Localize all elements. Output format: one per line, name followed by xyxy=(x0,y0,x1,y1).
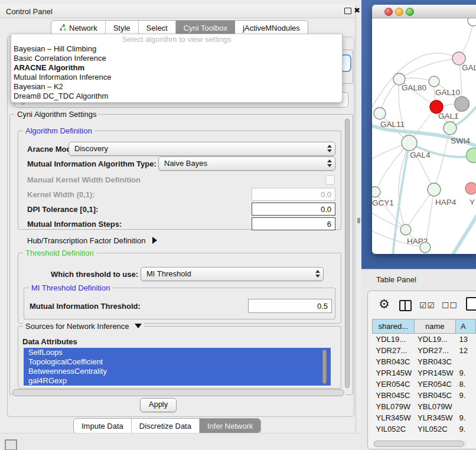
dropdown-item[interactable]: Bayesian – K2 xyxy=(11,82,342,92)
mi-steps-label: Mutual Information Steps: xyxy=(27,220,122,229)
network-node[interactable] xyxy=(420,242,431,253)
expand-right-icon xyxy=(152,237,157,244)
attribute-item[interactable]: BetweennessCentrality xyxy=(24,367,331,376)
select-all-checkboxes-icon[interactable]: ☑☑ xyxy=(419,301,435,310)
node-label: SWI4 xyxy=(451,136,470,145)
dropdown-item[interactable]: ARACNE Algorithm xyxy=(11,63,342,73)
deselect-all-checkboxes-icon[interactable]: ☐☐ xyxy=(442,301,458,310)
attribute-item[interactable]: gal4RGexp xyxy=(24,376,331,386)
network-node[interactable] xyxy=(428,183,441,196)
mi-steps-input[interactable] xyxy=(252,217,335,230)
tab-network[interactable]: Network xyxy=(51,21,106,35)
algorithm-dropdown-popup: Select algorithm to view settings Bayesi… xyxy=(11,34,343,103)
table-cell: YER054C xyxy=(414,379,455,390)
node-label: Y xyxy=(470,198,475,207)
table-row[interactable]: YDL19...YDL19...13 xyxy=(373,334,476,345)
network-node[interactable] xyxy=(374,107,386,119)
dropdown-item[interactable]: Dream8 DC_TDC Algorithm xyxy=(11,92,342,101)
float-window-icon[interactable] xyxy=(344,8,351,14)
node-label: GAL11 xyxy=(380,120,405,129)
attributes-vertical-scrollbar[interactable] xyxy=(322,349,327,386)
table-row[interactable]: YLR345WYLR345W9. xyxy=(373,412,476,423)
network-node[interactable] xyxy=(372,187,380,197)
table-cell xyxy=(455,356,475,367)
network-node[interactable] xyxy=(455,97,470,112)
table-cell: YBR043C xyxy=(373,356,415,367)
attribute-item[interactable]: SelfLoops xyxy=(24,348,331,357)
sources-collapser[interactable]: Sources for Network Inference xyxy=(23,322,144,331)
tab-cyni-toolbox[interactable]: Cyni Toolbox xyxy=(176,21,235,35)
table-row[interactable]: YER054CYER054C8. xyxy=(373,379,476,390)
network-node[interactable] xyxy=(402,135,417,151)
network-node[interactable] xyxy=(444,122,457,135)
column-header[interactable]: shared... xyxy=(373,319,415,334)
hub-definition-expander[interactable]: Hub/Transcription Factor Definition xyxy=(27,236,157,245)
bottom-tabbar: Impute DataDiscretize DataInfer Network xyxy=(73,418,261,433)
tab-discretize-data[interactable]: Discretize Data xyxy=(132,419,200,433)
tab-jactivemnodules[interactable]: jActiveMNodules xyxy=(235,21,308,35)
data-attributes-list: SelfLoopsTopologicalCoefficientBetweenne… xyxy=(24,348,331,387)
table-cell: YBL079W xyxy=(373,401,415,412)
sources-horizontal-scrollbar[interactable] xyxy=(12,389,347,396)
kernel-width-input[interactable] xyxy=(252,188,335,201)
table-row[interactable]: YIL052CYIL052C9. xyxy=(373,423,476,435)
table-row[interactable]: YBR045CYBR045C9. xyxy=(373,390,476,401)
mi-threshold-input[interactable] xyxy=(248,299,332,313)
aracne-mode-select[interactable]: Discovery xyxy=(69,142,335,156)
new-table-icon[interactable] xyxy=(466,297,476,311)
table-cell: YBR043C xyxy=(414,356,455,367)
algorithm-definition-title: Algorithm Definition xyxy=(23,126,94,135)
aracne-mode-value: Discovery xyxy=(74,144,108,153)
close-icon[interactable]: ✖ xyxy=(354,6,360,15)
network-node[interactable] xyxy=(429,76,439,87)
float-panel-icon[interactable] xyxy=(5,439,17,450)
tab-style[interactable]: Style xyxy=(106,21,139,35)
settings-vertical-scrollbar[interactable] xyxy=(344,118,350,389)
manual-kernel-label: Manual Kernel Width Definition xyxy=(27,175,141,184)
dpi-tolerance-input[interactable] xyxy=(252,203,335,216)
network-edge[interactable] xyxy=(399,58,459,79)
network-edge[interactable] xyxy=(372,53,459,107)
table-cell: YBR045C xyxy=(373,390,415,401)
columns-icon[interactable] xyxy=(399,300,412,311)
network-node[interactable] xyxy=(400,224,411,235)
zoom-traffic-light[interactable] xyxy=(406,8,414,16)
table-cell: YPR145W xyxy=(373,367,415,379)
mi-threshold-group-title: MI Threshold Definition xyxy=(29,283,112,292)
mi-type-value: Naive Bayes xyxy=(164,159,207,168)
tab-infer-network[interactable]: Infer Network xyxy=(200,419,260,433)
network-node[interactable] xyxy=(465,182,476,194)
table-row[interactable]: YDR27...YDR27...12 xyxy=(373,345,476,356)
manual-kernel-checkbox[interactable] xyxy=(325,175,335,185)
table-cell: YBR045C xyxy=(414,390,455,401)
close-traffic-light[interactable] xyxy=(384,8,393,16)
table-cell: YER054C xyxy=(373,379,415,390)
dropdown-item[interactable]: Bayesian – Hill Climbing xyxy=(11,44,342,54)
tab-select[interactable]: Select xyxy=(139,21,176,35)
table-cell: 12 xyxy=(455,345,475,356)
dropdown-placeholder: Select algorithm to view settings xyxy=(11,34,342,44)
network-window-titlebar[interactable] xyxy=(372,5,476,18)
node-label: GAL80 xyxy=(402,83,426,92)
network-node[interactable] xyxy=(467,148,476,163)
attribute-item[interactable]: TopologicalCoefficient xyxy=(24,357,331,367)
column-header[interactable]: name xyxy=(414,319,455,334)
network-canvas[interactable]: GALGAL80GAL10GAL1GAL11SWI4GAL4GCY1HAP4YH… xyxy=(372,18,476,254)
minimize-traffic-light[interactable] xyxy=(395,8,403,16)
network-edge[interactable] xyxy=(406,190,434,230)
tab-impute-data[interactable]: Impute Data xyxy=(74,419,132,433)
table-row[interactable]: YPR145WYPR145W9. xyxy=(373,367,476,379)
dropdown-item[interactable]: Basic Correlation Inference xyxy=(11,54,342,63)
panel-divider-handle[interactable] xyxy=(357,218,360,223)
mi-type-select[interactable]: Naive Bayes xyxy=(158,156,335,171)
network-node[interactable] xyxy=(468,18,476,26)
table-row[interactable]: YBL079WYBL079W xyxy=(373,401,476,412)
control-panel-title: Control Panel xyxy=(6,7,53,16)
apply-button[interactable]: Apply xyxy=(140,398,177,412)
column-header[interactable]: A xyxy=(455,319,475,334)
gear-icon[interactable]: ⚙ xyxy=(379,298,390,310)
table-horizontal-scrollbar[interactable] xyxy=(373,441,467,447)
dropdown-item[interactable]: Mutual Information Inference xyxy=(11,73,342,82)
threshold-select[interactable]: MI Threshold xyxy=(141,267,324,281)
table-row[interactable]: YBR043CYBR043C xyxy=(373,356,476,367)
